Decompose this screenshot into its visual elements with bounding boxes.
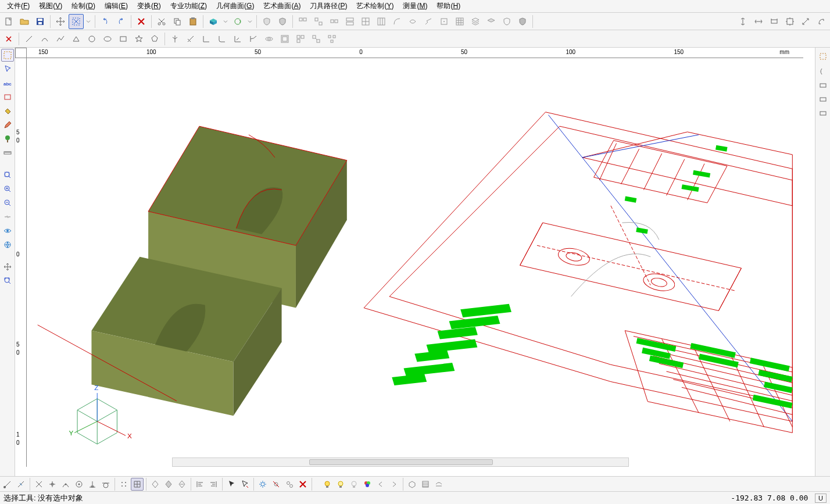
menu-draw[interactable]: 绘制(D) bbox=[67, 0, 100, 12]
lt-rect-icon[interactable] bbox=[1, 91, 14, 103]
bt-gear3-icon[interactable] bbox=[283, 478, 296, 491]
dim1-btn[interactable] bbox=[735, 14, 750, 29]
corner2-btn[interactable] bbox=[214, 31, 230, 47]
lt-zoom-out-icon[interactable] bbox=[1, 196, 14, 209]
bt-snap2-icon[interactable] bbox=[46, 478, 59, 491]
menu-pro[interactable]: 专业功能(Z) bbox=[166, 0, 212, 12]
rt-box-icon[interactable] bbox=[817, 50, 829, 63]
bt-diamond3-icon[interactable] bbox=[176, 478, 188, 491]
bt-render2-icon[interactable] bbox=[419, 478, 432, 491]
lt-select-icon[interactable] bbox=[1, 49, 14, 62]
lt-move-icon[interactable] bbox=[1, 260, 14, 273]
rotate-dropdown-btn[interactable] bbox=[246, 14, 254, 29]
rt-pan4-icon[interactable] bbox=[817, 107, 829, 120]
grid2-btn[interactable] bbox=[311, 14, 326, 29]
bt-snap-center-icon[interactable] bbox=[73, 478, 85, 491]
bt-align-right-icon[interactable] bbox=[207, 478, 220, 491]
ellipse-btn[interactable] bbox=[100, 31, 115, 47]
circle-btn[interactable] bbox=[84, 31, 99, 47]
bt-render3-icon[interactable] bbox=[432, 478, 445, 491]
bt-snap-perp-icon[interactable] bbox=[86, 478, 99, 491]
bt-diamond1-icon[interactable] bbox=[149, 478, 162, 491]
lt-zoom-region-icon[interactable] bbox=[1, 169, 14, 181]
bt-delete2-icon[interactable] bbox=[296, 478, 309, 491]
grid1-btn[interactable] bbox=[295, 14, 310, 29]
bt-snap1-icon[interactable] bbox=[33, 478, 45, 491]
trim1-btn[interactable] bbox=[167, 31, 183, 47]
lt-pointer-icon[interactable] bbox=[1, 63, 14, 76]
star-btn[interactable] bbox=[131, 31, 146, 47]
redo-btn[interactable] bbox=[113, 14, 128, 29]
dim2-btn[interactable] bbox=[751, 14, 766, 29]
dim3-btn[interactable] bbox=[767, 14, 782, 29]
menu-edit[interactable]: 编辑(E) bbox=[100, 0, 133, 12]
bt-next-icon[interactable] bbox=[388, 478, 400, 491]
bt-snap-tan-icon[interactable] bbox=[99, 478, 112, 491]
menu-toolpath[interactable]: 刀具路径(P) bbox=[305, 0, 352, 12]
grid6-btn[interactable] bbox=[374, 14, 389, 29]
menu-art-draw[interactable]: 艺术绘制(Y) bbox=[352, 0, 398, 12]
open-file-btn[interactable] bbox=[17, 14, 32, 29]
rt-pan2-icon[interactable] bbox=[817, 79, 829, 92]
bt-snap-mid-icon[interactable] bbox=[15, 478, 27, 491]
lt-globe-icon[interactable] bbox=[1, 238, 14, 251]
grid7-btn[interactable] bbox=[437, 14, 452, 29]
rotate-view-btn[interactable] bbox=[230, 14, 245, 29]
bt-bulb2-icon[interactable] bbox=[334, 478, 347, 491]
bt-snap3-icon[interactable] bbox=[59, 478, 72, 491]
lt-text-icon[interactable]: abc bbox=[1, 77, 14, 90]
shield1-btn[interactable] bbox=[259, 14, 274, 29]
corner1-btn[interactable] bbox=[199, 31, 214, 47]
menu-transform[interactable]: 变换(R) bbox=[133, 0, 166, 12]
select-btn[interactable] bbox=[69, 14, 84, 29]
bt-bulb3-icon[interactable] bbox=[348, 478, 360, 491]
lt-eye-icon[interactable] bbox=[1, 224, 14, 237]
grid5-btn[interactable] bbox=[358, 14, 373, 29]
pan-btn[interactable] bbox=[53, 14, 68, 29]
lt-ruler-icon[interactable] bbox=[1, 146, 14, 159]
bt-gear2-icon[interactable] bbox=[270, 478, 282, 491]
bt-grid2-icon[interactable] bbox=[131, 478, 144, 491]
shield3-btn[interactable] bbox=[499, 14, 514, 29]
polyline-btn[interactable] bbox=[53, 31, 68, 47]
grid8-btn[interactable] bbox=[452, 14, 467, 29]
trim2-btn[interactable] bbox=[183, 31, 198, 47]
shield4-btn[interactable] bbox=[515, 14, 530, 29]
bt-diamond2-icon[interactable] bbox=[162, 478, 175, 491]
shield2-btn[interactable] bbox=[275, 14, 290, 29]
menu-view[interactable]: 视图(V) bbox=[34, 0, 67, 12]
bt-cursor1-icon[interactable] bbox=[225, 478, 238, 491]
menu-help[interactable]: 帮助(H) bbox=[432, 0, 465, 12]
bt-grid1-icon[interactable] bbox=[117, 478, 130, 491]
layout1-btn[interactable] bbox=[277, 31, 292, 47]
save-btn[interactable] bbox=[33, 14, 48, 29]
new-file-btn[interactable] bbox=[1, 14, 16, 29]
lt-bucket-icon[interactable] bbox=[1, 105, 14, 117]
dim4-btn[interactable] bbox=[782, 14, 797, 29]
arc2-btn[interactable] bbox=[405, 14, 420, 29]
rt-pan1-icon[interactable] bbox=[817, 65, 829, 78]
grid3-btn[interactable] bbox=[327, 14, 342, 29]
lt-break-icon[interactable] bbox=[1, 210, 14, 223]
corner3-btn[interactable] bbox=[230, 31, 245, 47]
bt-render1-icon[interactable] bbox=[406, 478, 418, 491]
lt-pencil-icon[interactable] bbox=[1, 119, 14, 131]
menu-art-surface[interactable]: 艺术曲面(A) bbox=[259, 0, 305, 12]
arc1-btn[interactable] bbox=[389, 14, 405, 29]
undo-btn[interactable] bbox=[98, 14, 113, 29]
tangent-btn[interactable] bbox=[246, 31, 261, 47]
lt-zoom-in-icon[interactable] bbox=[1, 183, 14, 195]
bt-gear1-icon[interactable] bbox=[256, 478, 269, 491]
arc-btn[interactable] bbox=[37, 31, 52, 47]
rt-pan3-icon[interactable] bbox=[817, 93, 829, 106]
horizontal-scrollbar[interactable] bbox=[172, 457, 629, 467]
delete-btn[interactable] bbox=[134, 14, 149, 29]
polygon-btn[interactable] bbox=[147, 31, 162, 47]
path1-btn[interactable] bbox=[421, 14, 436, 29]
bt-colors-icon[interactable] bbox=[361, 478, 374, 491]
offset-btn[interactable] bbox=[262, 31, 277, 47]
select-dropdown-btn[interactable] bbox=[84, 14, 92, 29]
bt-snap-end-icon[interactable] bbox=[1, 478, 14, 491]
dim6-btn[interactable] bbox=[814, 14, 829, 29]
bt-prev-icon[interactable] bbox=[374, 478, 387, 491]
